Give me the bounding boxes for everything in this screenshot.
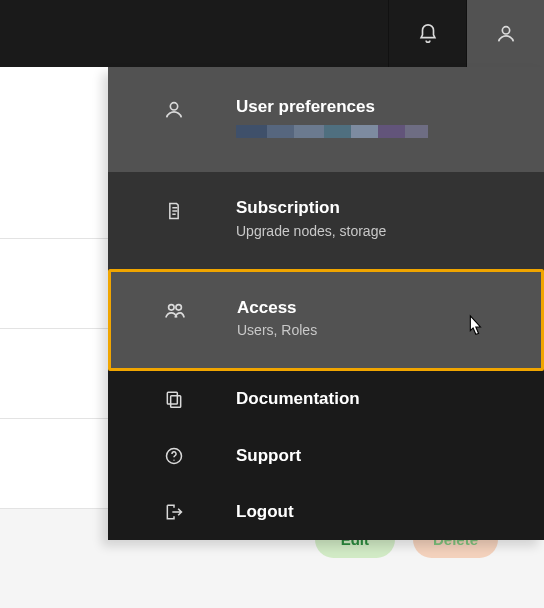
menu-item-subtitle: Users, Roles bbox=[237, 322, 511, 338]
svg-point-3 bbox=[176, 304, 182, 310]
menu-item-access[interactable]: Access Users, Roles bbox=[108, 269, 544, 371]
svg-rect-4 bbox=[167, 393, 177, 405]
menu-item-preferences[interactable]: User preferences bbox=[108, 67, 544, 172]
menu-item-subtitle: Upgrade nodes, storage bbox=[236, 223, 514, 239]
users-icon bbox=[163, 300, 187, 322]
svg-point-7 bbox=[173, 459, 174, 460]
bell-icon bbox=[416, 23, 440, 45]
menu-item-text: Access Users, Roles bbox=[237, 298, 511, 338]
svg-point-2 bbox=[169, 304, 175, 310]
user-icon bbox=[494, 23, 518, 45]
menu-item-label: Access bbox=[237, 298, 511, 318]
menu-item-label: User preferences bbox=[236, 97, 514, 117]
menu-item-support[interactable]: Support bbox=[108, 428, 544, 484]
copy-icon bbox=[162, 389, 186, 409]
logout-icon bbox=[162, 502, 186, 522]
notifications-button[interactable] bbox=[388, 0, 466, 67]
user-icon bbox=[162, 99, 186, 121]
menu-item-label: Documentation bbox=[236, 389, 360, 409]
svg-point-0 bbox=[502, 26, 509, 33]
account-button[interactable] bbox=[466, 0, 544, 67]
menu-item-logout[interactable]: Logout bbox=[108, 484, 544, 540]
menu-item-label: Subscription bbox=[236, 198, 514, 218]
svg-rect-5 bbox=[171, 396, 181, 408]
help-icon bbox=[162, 446, 186, 466]
menu-item-label: Support bbox=[236, 446, 301, 466]
menu-item-documentation[interactable]: Documentation bbox=[108, 371, 544, 427]
menu-item-text: User preferences bbox=[236, 97, 514, 138]
svg-point-1 bbox=[170, 103, 177, 110]
title-bar bbox=[0, 0, 544, 67]
account-menu: User preferences Subscription Upgrade no… bbox=[108, 67, 544, 540]
menu-item-text: Subscription Upgrade nodes, storage bbox=[236, 198, 514, 238]
document-icon bbox=[162, 200, 186, 222]
menu-item-subscription[interactable]: Subscription Upgrade nodes, storage bbox=[108, 172, 544, 268]
menu-item-label: Logout bbox=[236, 502, 294, 522]
redacted-text bbox=[236, 125, 428, 138]
